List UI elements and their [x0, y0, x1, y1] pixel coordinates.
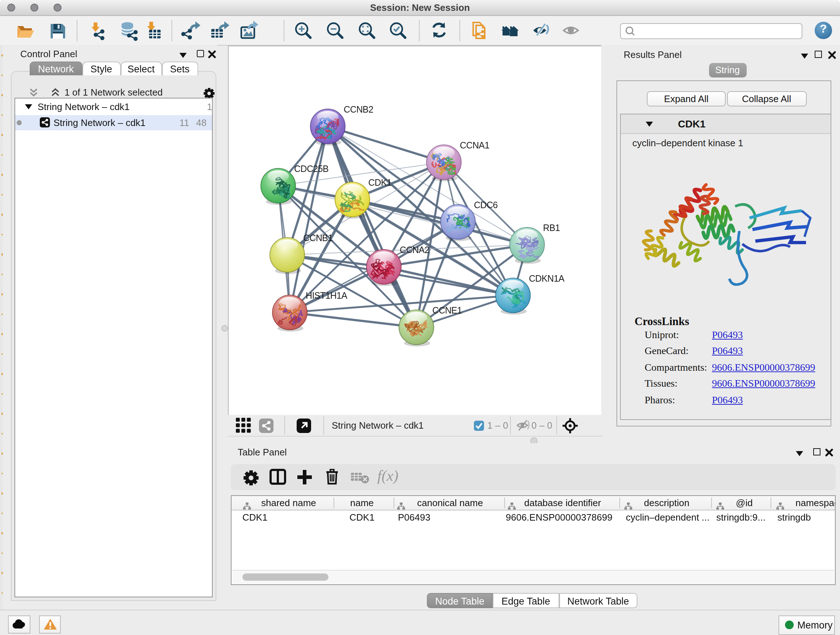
svg-text:RB1: RB1 — [543, 223, 560, 233]
svg-text:HIST1H1A: HIST1H1A — [305, 290, 347, 301]
svg-text:CCNA2: CCNA2 — [399, 245, 429, 255]
svg-text:CDKN1A: CDKN1A — [529, 273, 564, 283]
svg-text:CCNB1: CCNB1 — [303, 233, 332, 243]
svg-text:CDC25B: CDC25B — [294, 164, 328, 174]
svg-text:CDC6: CDC6 — [474, 200, 497, 210]
svg-text:CDK1: CDK1 — [368, 177, 391, 187]
svg-text:CCNE1: CCNE1 — [432, 305, 462, 315]
svg-text:CCNA1: CCNA1 — [459, 140, 489, 150]
svg-text:CCNB2: CCNB2 — [343, 104, 373, 114]
